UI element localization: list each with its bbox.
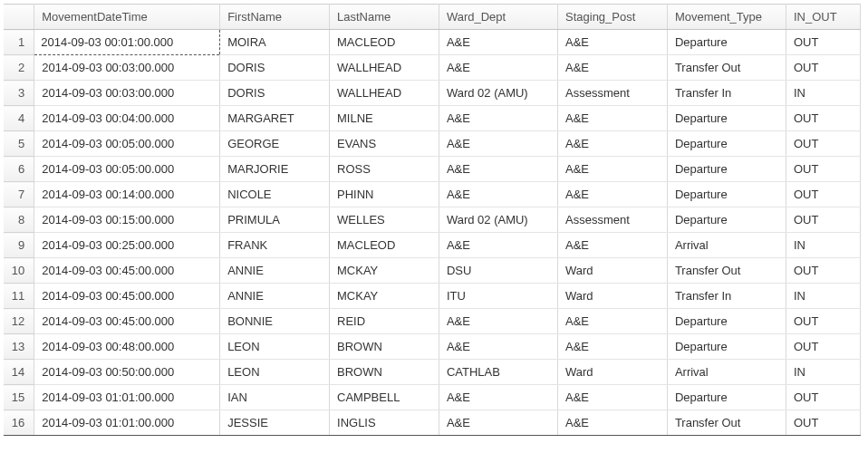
cell-staging_post[interactable]: A&E xyxy=(558,106,668,131)
cell-movement_type[interactable]: Arrival xyxy=(667,233,786,258)
cell-lastname[interactable]: BROWN xyxy=(330,334,439,360)
row-number[interactable]: 1 xyxy=(4,30,34,55)
cell-firstname[interactable]: MARGARET xyxy=(220,106,330,131)
cell-lastname[interactable]: WELLES xyxy=(330,207,439,233)
cell-movementdatetime[interactable]: 2014-09-03 00:04:00.000 xyxy=(34,106,220,131)
cell-staging_post[interactable]: A&E xyxy=(558,55,668,81)
cell-movementdatetime[interactable]: 2014-09-03 01:01:00.000 xyxy=(34,410,220,436)
row-number[interactable]: 15 xyxy=(4,385,34,410)
cell-staging_post[interactable]: Ward xyxy=(558,284,668,309)
cell-ward_dept[interactable]: Ward 02 (AMU) xyxy=(439,207,557,233)
cell-firstname[interactable]: LEON xyxy=(220,334,330,360)
cell-ward_dept[interactable]: A&E xyxy=(439,182,557,207)
cell-movement_type[interactable]: Departure xyxy=(667,334,786,360)
table-row[interactable]: 162014-09-03 01:01:00.000JESSIEINGLISA&E… xyxy=(4,410,861,436)
cell-in_out[interactable]: OUT xyxy=(786,131,860,157)
cell-ward_dept[interactable]: DSU xyxy=(439,258,557,284)
cell-firstname[interactable]: LEON xyxy=(220,360,330,385)
cell-staging_post[interactable]: A&E xyxy=(558,182,668,207)
cell-firstname[interactable]: GEORGE xyxy=(220,131,330,157)
cell-lastname[interactable]: ROSS xyxy=(330,157,439,182)
cell-in_out[interactable]: OUT xyxy=(786,334,860,360)
table-row[interactable]: 12014-09-03 00:01:00.000MOIRAMACLEODA&EA… xyxy=(4,30,861,55)
cell-movement_type[interactable]: Transfer Out xyxy=(667,410,786,436)
table-row[interactable]: 62014-09-03 00:05:00.000MARJORIEROSSA&EA… xyxy=(4,157,861,182)
cell-movement_type[interactable]: Departure xyxy=(667,309,786,334)
cell-movement_type[interactable]: Departure xyxy=(667,182,786,207)
cell-in_out[interactable]: OUT xyxy=(786,309,860,334)
table-row[interactable]: 52014-09-03 00:05:00.000GEORGEEVANSA&EA&… xyxy=(4,131,861,157)
cell-staging_post[interactable]: Assessment xyxy=(558,207,668,233)
cell-movementdatetime[interactable]: 2014-09-03 00:45:00.000 xyxy=(34,284,220,309)
cell-lastname[interactable]: WALLHEAD xyxy=(330,81,439,106)
cell-movement_type[interactable]: Departure xyxy=(667,385,786,410)
row-number[interactable]: 2 xyxy=(4,55,34,81)
cell-in_out[interactable]: OUT xyxy=(786,385,860,410)
row-number[interactable]: 10 xyxy=(4,258,34,284)
row-number[interactable]: 8 xyxy=(4,207,34,233)
cell-firstname[interactable]: IAN xyxy=(220,385,330,410)
cell-lastname[interactable]: MACLEOD xyxy=(330,233,439,258)
cell-movementdatetime[interactable]: 2014-09-03 01:01:00.000 xyxy=(34,385,220,410)
cell-staging_post[interactable]: A&E xyxy=(558,30,668,55)
cell-lastname[interactable]: MCKAY xyxy=(330,258,439,284)
row-number[interactable]: 11 xyxy=(4,284,34,309)
cell-ward_dept[interactable]: ITU xyxy=(439,284,557,309)
row-number[interactable]: 16 xyxy=(4,410,34,436)
cell-firstname[interactable]: DORIS xyxy=(220,55,330,81)
cell-in_out[interactable]: OUT xyxy=(786,106,860,131)
cell-movement_type[interactable]: Arrival xyxy=(667,360,786,385)
column-header-in_out[interactable]: IN_OUT xyxy=(786,5,860,30)
cell-in_out[interactable]: OUT xyxy=(786,30,860,55)
cell-lastname[interactable]: EVANS xyxy=(330,131,439,157)
cell-in_out[interactable]: IN xyxy=(786,81,860,106)
table-row[interactable]: 132014-09-03 00:48:00.000LEONBROWNA&EA&E… xyxy=(4,334,861,360)
cell-lastname[interactable]: BROWN xyxy=(330,360,439,385)
row-number[interactable]: 7 xyxy=(4,182,34,207)
cell-staging_post[interactable]: Assessment xyxy=(558,81,668,106)
cell-in_out[interactable]: OUT xyxy=(786,410,860,436)
cell-lastname[interactable]: MACLEOD xyxy=(330,30,439,55)
row-number[interactable]: 14 xyxy=(4,360,34,385)
cell-movementdatetime[interactable]: 2014-09-03 00:48:00.000 xyxy=(34,334,220,360)
cell-in_out[interactable]: OUT xyxy=(786,157,860,182)
cell-in_out[interactable]: IN xyxy=(786,360,860,385)
row-number[interactable]: 12 xyxy=(4,309,34,334)
cell-firstname[interactable]: ANNIE xyxy=(220,284,330,309)
cell-lastname[interactable]: MCKAY xyxy=(330,284,439,309)
cell-movement_type[interactable]: Transfer In xyxy=(667,284,786,309)
cell-ward_dept[interactable]: A&E xyxy=(439,309,557,334)
cell-firstname[interactable]: PRIMULA xyxy=(220,207,330,233)
cell-staging_post[interactable]: A&E xyxy=(558,309,668,334)
cell-movementdatetime[interactable]: 2014-09-03 00:03:00.000 xyxy=(34,81,220,106)
cell-ward_dept[interactable]: A&E xyxy=(439,55,557,81)
cell-ward_dept[interactable]: CATHLAB xyxy=(439,360,557,385)
cell-staging_post[interactable]: Ward xyxy=(558,258,668,284)
cell-firstname[interactable]: MOIRA xyxy=(220,30,330,55)
cell-firstname[interactable]: BONNIE xyxy=(220,309,330,334)
column-header-movement_type[interactable]: Movement_Type xyxy=(667,5,786,30)
cell-staging_post[interactable]: A&E xyxy=(558,157,668,182)
cell-in_out[interactable]: OUT xyxy=(786,182,860,207)
cell-firstname[interactable]: FRANK xyxy=(220,233,330,258)
rownum-header[interactable] xyxy=(4,5,34,30)
cell-lastname[interactable]: PHINN xyxy=(330,182,439,207)
cell-movementdatetime[interactable]: 2014-09-03 00:50:00.000 xyxy=(34,360,220,385)
cell-movementdatetime[interactable]: 2014-09-03 00:05:00.000 xyxy=(34,131,220,157)
column-header-firstname[interactable]: FirstName xyxy=(220,5,330,30)
column-header-ward_dept[interactable]: Ward_Dept xyxy=(439,5,557,30)
cell-movementdatetime[interactable]: 2014-09-03 00:05:00.000 xyxy=(34,157,220,182)
column-header-staging_post[interactable]: Staging_Post xyxy=(558,5,668,30)
column-header-movementdatetime[interactable]: MovementDateTime xyxy=(34,5,220,30)
table-row[interactable]: 92014-09-03 00:25:00.000FRANKMACLEODA&EA… xyxy=(4,233,861,258)
cell-movement_type[interactable]: Transfer In xyxy=(667,81,786,106)
cell-in_out[interactable]: IN xyxy=(786,284,860,309)
cell-movementdatetime[interactable]: 2014-09-03 00:25:00.000 xyxy=(34,233,220,258)
cell-ward_dept[interactable]: A&E xyxy=(439,233,557,258)
cell-in_out[interactable]: OUT xyxy=(786,207,860,233)
table-row[interactable]: 22014-09-03 00:03:00.000DORISWALLHEADA&E… xyxy=(4,55,861,81)
cell-firstname[interactable]: MARJORIE xyxy=(220,157,330,182)
cell-ward_dept[interactable]: A&E xyxy=(439,131,557,157)
cell-ward_dept[interactable]: Ward 02 (AMU) xyxy=(439,81,557,106)
cell-in_out[interactable]: OUT xyxy=(786,55,860,81)
